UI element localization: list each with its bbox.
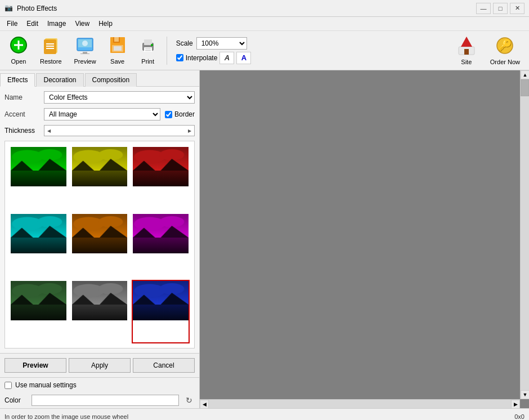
menu-image[interactable]: Image [43,18,70,29]
accent-label: Accent [5,110,44,118]
accent-select[interactable]: All Image Center Border [44,108,160,120]
status-bar: In order to zoom the image use mouse whe… [0,408,529,420]
svg-rect-27 [464,49,469,55]
scroll-down-arrow[interactable]: ▼ [521,390,529,399]
site-button[interactable]: Site [450,34,483,66]
svg-rect-16 [114,37,119,42]
preview-icon [76,36,94,57]
font-icon-a[interactable]: A [219,52,234,64]
thumb-blue[interactable] [132,280,190,343]
menu-help[interactable]: Help [94,18,117,29]
menu-bar: File Edit Image View Help [0,17,529,31]
scroll-track-v[interactable] [521,79,529,390]
menu-edit[interactable]: Edit [22,18,43,29]
thickness-slider[interactable]: ◀ ▶ [44,125,195,136]
font-icon-b[interactable]: A [236,52,251,64]
thumb-canvas-gray [72,281,128,320]
bottom-buttons: Preview Apply Cancel [0,353,199,377]
thumb-green[interactable] [10,146,68,209]
menu-file[interactable]: File [2,18,22,29]
close-button[interactable]: ✕ [510,3,524,14]
open-icon [10,36,28,57]
open-label: Open [11,58,26,65]
thumbnail-grid [5,141,195,348]
open-button[interactable]: Open [5,33,33,68]
thumb-canvas-teal [11,214,66,253]
window-controls: — □ ✕ [476,3,524,14]
manual-settings-label: Use manual settings [15,381,77,389]
svg-point-11 [82,41,88,46]
svg-point-24 [151,44,153,46]
svg-rect-13 [80,53,89,54]
scale-label: Scale [176,39,193,47]
restore-button[interactable]: Restore [35,33,67,68]
color-input[interactable] [32,395,179,406]
thumb-canvas-red [133,147,189,186]
accent-row: Accent All Image Center Border Border [5,108,195,120]
print-label: Print [141,58,154,65]
scroll-thumb-v[interactable] [521,79,529,96]
color-row: Color ↻ [0,392,199,408]
scroll-right-arrow[interactable]: ▶ [511,400,520,408]
minimize-button[interactable]: — [476,3,491,14]
thumb-orange[interactable] [71,213,129,276]
order-icon: 🔑 [495,35,515,57]
tab-composition[interactable]: Composition [85,73,137,87]
manual-settings-row[interactable]: Use manual settings [5,381,195,389]
menu-view[interactable]: View [70,18,94,29]
preview-toolbar-label: Preview [74,58,96,65]
main-layout: Effects Decoration Composition Name Colo… [0,70,529,408]
tab-effects[interactable]: Effects [0,73,35,87]
scroll-up-arrow[interactable]: ▲ [521,70,529,79]
apply-button[interactable]: Apply [69,358,131,373]
app-icon: 📷 [5,4,14,13]
thumb-canvas-green [11,147,66,186]
canvas-area: ▲ ▼ ◀ ▶ [200,70,529,408]
name-row: Name Color Effects Grayscale Sepia [5,91,195,104]
svg-rect-23 [145,50,151,51]
thickness-row: Thickness ◀ ▶ [5,125,195,136]
status-hint: In order to zoom the image use mouse whe… [5,413,505,420]
interpolate-label: Interpolate [186,54,218,62]
thumb-canvas-purple [133,214,189,253]
thumb-teal[interactable] [10,213,68,276]
scroll-left-arrow[interactable]: ◀ [200,400,209,408]
thumb-yellow[interactable] [71,146,129,209]
border-checkbox[interactable] [165,111,172,118]
site-label: Site [461,59,472,65]
thumb-canvas-yellow [72,147,128,186]
effects-panel: Name Color Effects Grayscale Sepia Accen… [0,87,199,353]
thumb-dark[interactable] [10,280,68,343]
maximize-button[interactable]: □ [493,3,508,14]
slider-track[interactable] [53,126,185,136]
order-label: Order Now [490,59,520,65]
svg-rect-21 [144,47,152,52]
scale-select[interactable]: 100% 50% 200% [196,37,247,50]
thumb-gray[interactable] [71,280,129,343]
interpolate-checkbox[interactable] [176,54,183,61]
name-select[interactable]: Color Effects Grayscale Sepia [44,91,195,104]
toolbar: Open Restore Preview [0,31,529,70]
cancel-button[interactable]: Cancel [133,358,195,373]
scroll-track-h[interactable] [209,400,511,408]
order-button[interactable]: 🔑 Order Now [486,34,524,66]
tab-decoration[interactable]: Decoration [36,73,83,87]
save-button[interactable]: Save [104,33,132,68]
svg-rect-20 [144,39,152,45]
preview-button[interactable]: Preview [5,358,66,373]
slider-right-arrow[interactable]: ▶ [185,126,194,136]
preview-toolbar-button[interactable]: Preview [69,33,101,68]
border-label: Border [174,110,195,118]
thumb-red[interactable] [132,146,190,209]
manual-settings-checkbox[interactable] [5,382,12,389]
thumb-purple[interactable] [132,213,190,276]
svg-rect-22 [145,48,151,50]
print-button[interactable]: Print [134,33,162,68]
slider-left-arrow[interactable]: ◀ [44,126,53,136]
thumb-canvas-blue [133,281,189,320]
svg-rect-12 [83,52,87,53]
thumb-canvas-orange [72,214,128,253]
svg-marker-26 [461,37,472,47]
color-refresh-button[interactable]: ↻ [183,395,195,406]
site-icon [456,35,477,57]
